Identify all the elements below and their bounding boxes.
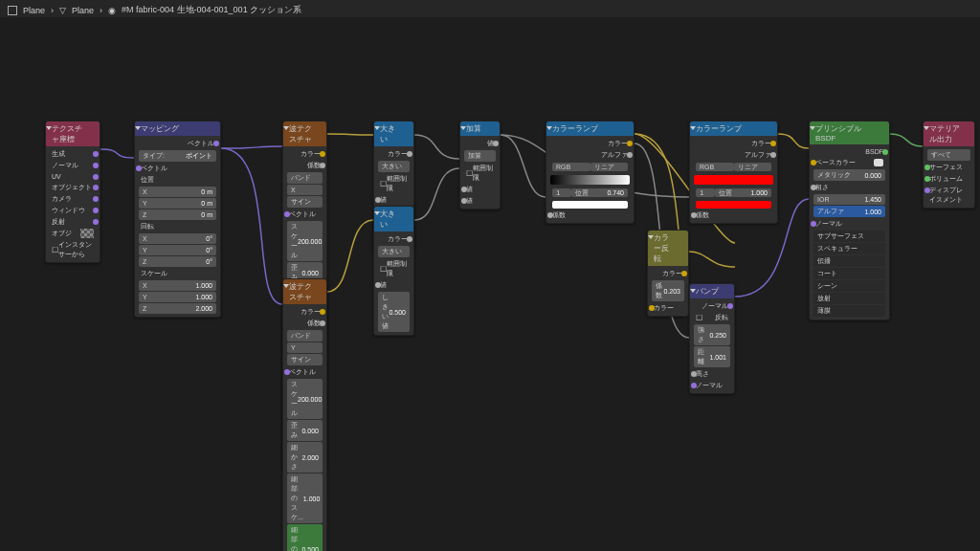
node-material-output[interactable]: マテリアル出力 すべて サーフェス ボリューム ディスプレイスメント: [923, 121, 975, 209]
node-math-add[interactable]: 加算 値 加算 ☐範囲制限 値 値: [459, 121, 501, 209]
node-mapping[interactable]: マッピング ベクトル タイプ:ポイント ベクトル 位置 X0 m Y0 m Z0…: [134, 121, 221, 318]
checkbox-icon[interactable]: ☐: [52, 246, 58, 254]
node-color-ramp-1[interactable]: カラーランプ カラー アルファ RGBリニア 1位置0.740 係数: [546, 121, 635, 224]
color-ramp-gradient[interactable]: [550, 175, 630, 185]
node-header[interactable]: マッピング: [135, 121, 220, 136]
bc-mesh[interactable]: Plane: [72, 6, 94, 15]
node-wave-texture-2[interactable]: 波テクスチャ カラー 係数 バンド Y サイン ベクトル スケール200.000…: [282, 278, 327, 551]
node-texture-coordinate[interactable]: テクスチャ座標 生成 ノーマル UV オブジェクト カメラ ウィンドウ 反射 オ…: [45, 121, 100, 263]
bc-material[interactable]: #M fabric-004 生地-004-001_001 クッション系: [122, 4, 301, 16]
material-icon: ◉: [108, 6, 116, 15]
bc-object[interactable]: Plane: [23, 6, 45, 15]
node-bump[interactable]: バンプ ノーマル ☐反転 強さ0.250 距離1.001 高さ ノーマル: [689, 283, 735, 394]
node-invert[interactable]: カラー反転 カラー 係数0.203 カラー: [647, 230, 689, 317]
node-principled-bsdf[interactable]: プリンシプルBSDF BSDF ベースカラー メタリック0.000 粗さ IOR…: [809, 121, 890, 320]
node-color-ramp-2[interactable]: カラーランプ カラー アルファ RGBリニア 1位置1.000 係数: [689, 121, 778, 224]
color-ramp-gradient[interactable]: [694, 175, 773, 185]
node-editor-canvas[interactable]: テクスチャ座標 生成 ノーマル UV オブジェクト カメラ ウィンドウ 反射 オ…: [0, 17, 980, 551]
color-swatch[interactable]: [552, 201, 628, 209]
color-swatch[interactable]: [696, 201, 771, 209]
mesh-icon: ▽: [59, 6, 66, 15]
node-header[interactable]: テクスチャ座標: [46, 121, 100, 146]
type-dropdown[interactable]: タイプ:ポイント: [139, 150, 216, 162]
object-icon: [8, 6, 17, 15]
eyedropper-icon[interactable]: [80, 229, 94, 238]
node-greater-than-2[interactable]: 大きい カラー 大きい ☐範囲制限 値 しきい値0.500: [373, 206, 414, 336]
